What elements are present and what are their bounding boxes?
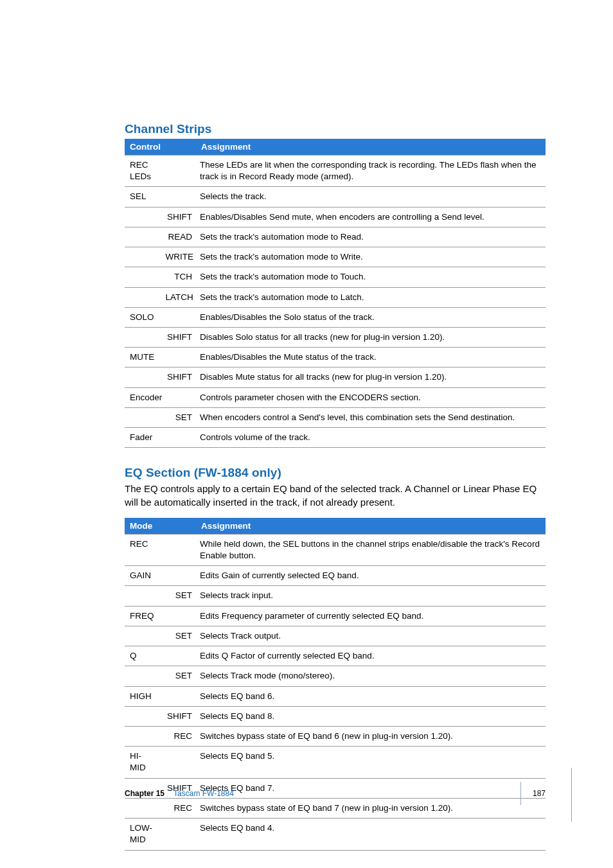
cell-modifier: SET [161,586,197,606]
cell-modifier [161,747,197,778]
cell-modifier [161,534,197,565]
table-row: LOW-MIDSelects EQ band 4. [125,819,546,850]
eq-section-intro: The EQ controls apply to a certain EQ ba… [125,483,546,509]
cell-control: LOW-MID [125,819,161,850]
table-row: EncoderControls parameter chosen with th… [125,387,546,407]
table-row: RECWhile held down, the SEL buttons in t… [125,534,546,565]
cell-control: MUTE [125,348,161,368]
table-row: SHIFTDisables Mute status for all tracks… [125,368,546,387]
channel-strips-tbody: REC LEDsThese LEDs are lit when the corr… [125,155,546,448]
cell-modifier [161,686,197,706]
cell-assignment: Selects EQ band 6. [196,686,546,706]
cell-assignment: Selects Track mode (mono/stereo). [196,666,546,686]
table-row: SELSelects the track. [125,187,546,207]
cell-modifier: TCH [161,267,197,287]
cell-assignment: Controls parameter chosen with the ENCOD… [196,387,546,407]
th-mode: Mode [125,518,196,535]
cell-control: Encoder [125,387,161,407]
cell-assignment: Disables Solo status for all tracks (new… [196,327,546,347]
table-row: TCHSets the track's automation mode to T… [125,267,546,287]
th-assignment: Assignment [196,518,546,535]
cell-control [125,267,161,287]
cell-assignment: Enables/Disables the Solo status of the … [196,307,546,327]
chapter-label: Chapter 15 [125,789,164,798]
cell-modifier [161,606,197,626]
cell-control: Fader [125,428,161,448]
cell-modifier: SET [161,666,197,686]
cell-control [125,227,161,247]
cell-assignment: Disables Mute status for all tracks (new… [196,368,546,387]
table-row: MUTEEnables/Disables the Mute status of … [125,348,546,368]
cell-modifier [161,646,197,666]
cell-assignment: While held down, the SEL buttons in the … [196,534,546,565]
cell-modifier: SHIFT [161,327,197,347]
cell-assignment: Selects the track. [196,187,546,207]
cell-control [125,626,161,646]
table-row: RECSwitches bypass state of EQ band 6 (n… [125,726,546,746]
page-number: 187 [520,782,546,805]
cell-control [125,247,161,267]
cell-assignment: These LEDs are lit when the correspondin… [196,155,546,187]
table-row: GAINEdits Gain of currently selected EQ … [125,566,546,586]
cell-assignment: Selects track input. [196,586,546,606]
table-row: LATCHSets the track's automation mode to… [125,287,546,307]
table-row: HIGHSelects EQ band 6. [125,686,546,706]
page-footer: Chapter 15 Tascam FW-1884 187 [125,782,546,805]
cell-control [125,327,161,347]
cell-control [125,368,161,387]
cell-control: SEL [125,187,161,207]
table-row: SHIFTEnables/Disables Send mute, when en… [125,207,546,227]
section-spacer [125,448,546,466]
cell-control [125,586,161,606]
table-row: HI-MIDSelects EQ band 5. [125,747,546,778]
cell-assignment: Selects EQ band 5. [196,747,546,778]
th-assignment: Assignment [196,139,546,155]
cell-modifier: SET [161,407,197,427]
cell-modifier [161,187,197,207]
table-row: WRITESets the track's automation mode to… [125,247,546,267]
cell-modifier: SET [161,626,197,646]
cell-modifier: LATCH [161,287,197,307]
table-row: SETWhen encoders control a Send's level,… [125,407,546,427]
footer-left: Chapter 15 Tascam FW-1884 [125,789,234,798]
table-row: FaderControls volume of the track. [125,428,546,448]
cell-control [125,706,161,726]
cell-control [125,726,161,746]
cell-assignment: Switches bypass state of EQ band 6 (new … [196,726,546,746]
table-header-row: Control Assignment [125,139,546,155]
cell-control: HI-MID [125,747,161,778]
cell-assignment: Enables/Disables the Mute status of the … [196,348,546,368]
cell-assignment: Selects Track output. [196,626,546,646]
corner-rule [571,768,572,822]
cell-assignment: Sets the track's automation mode to Latc… [196,287,546,307]
cell-control: FREQ [125,606,161,626]
cell-assignment: Sets the track's automation mode to Touc… [196,267,546,287]
cell-control: Q [125,646,161,666]
cell-assignment: Selects EQ band 8. [196,706,546,726]
cell-modifier [161,387,197,407]
cell-modifier: REC [161,726,197,746]
cell-control [125,666,161,686]
cell-modifier: SHIFT [161,706,197,726]
cell-control [125,287,161,307]
cell-modifier [161,155,197,187]
cell-modifier [161,819,197,850]
cell-assignment: Sets the track's automation mode to Writ… [196,247,546,267]
table-header-row: Mode Assignment [125,518,546,535]
table-row: QEdits Q Factor of currently selected EQ… [125,646,546,666]
cell-assignment: Selects EQ band 4. [196,819,546,850]
table-row: SHIFTSelects EQ band 8. [125,706,546,726]
cell-assignment: Edits Frequency parameter of currently s… [196,606,546,626]
cell-modifier: SHIFT [161,368,197,387]
table-row: FREQEdits Frequency parameter of current… [125,606,546,626]
cell-assignment: When encoders control a Send's level, th… [196,407,546,427]
cell-modifier: SHIFT [161,207,197,227]
cell-modifier [161,428,197,448]
cell-assignment: Controls volume of the track. [196,428,546,448]
cell-control: REC [125,534,161,565]
cell-assignment: Enables/Disables Send mute, when encoder… [196,207,546,227]
table-row: SETSelects Track mode (mono/stereo). [125,666,546,686]
page-content: Channel Strips Control Assignment REC LE… [0,0,613,868]
cell-control: REC LEDs [125,155,161,187]
cell-assignment: Edits Q Factor of currently selected EQ … [196,646,546,666]
